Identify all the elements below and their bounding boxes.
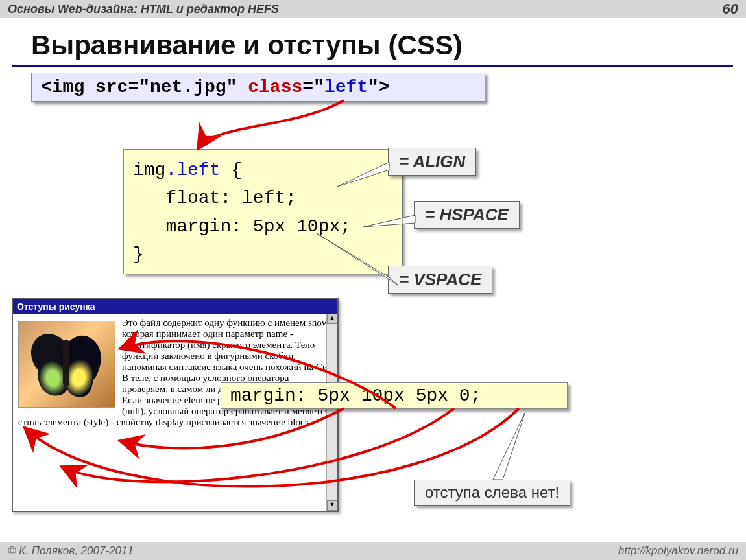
- page-title: Выравнивание и отступы (CSS): [31, 30, 746, 61]
- footer-copyright: © К. Поляков, 2007-2011: [8, 544, 134, 557]
- label-no-left: отступа слева нет!: [414, 480, 570, 506]
- slide-footer: © К. Поляков, 2007-2011 http://kpolyakov…: [0, 542, 746, 560]
- slide-header: Основы Web-дизайна: HTML и редактор HEFS…: [0, 0, 746, 18]
- browser-body: Это файл содержит одну функцию с именем …: [13, 314, 337, 511]
- browser-title: Отступы рисунка: [13, 299, 337, 314]
- code-margin-four: margin: 5px 10px 5px 0;: [221, 382, 568, 409]
- scrollbar[interactable]: ▲ ▼: [326, 314, 337, 511]
- header-subject: Основы Web-дизайна: HTML и редактор HEFS: [8, 3, 279, 16]
- code-html-img: <img src="net.jpg" class="left">: [31, 73, 485, 102]
- code-css-left: img.left { float: left; margin: 5px 10px…: [123, 149, 402, 274]
- butterfly-image: [18, 321, 115, 408]
- scroll-down-icon[interactable]: ▼: [327, 500, 337, 511]
- title-underline: [12, 65, 733, 67]
- scroll-up-icon[interactable]: ▲: [327, 314, 337, 324]
- label-align: = ALIGN: [388, 148, 476, 176]
- footer-url: http://kpolyakov.narod.ru: [618, 544, 738, 557]
- page-number: 60: [723, 1, 738, 18]
- label-vspace: = VSPACE: [388, 266, 492, 294]
- label-hspace: = HSPACE: [414, 201, 520, 229]
